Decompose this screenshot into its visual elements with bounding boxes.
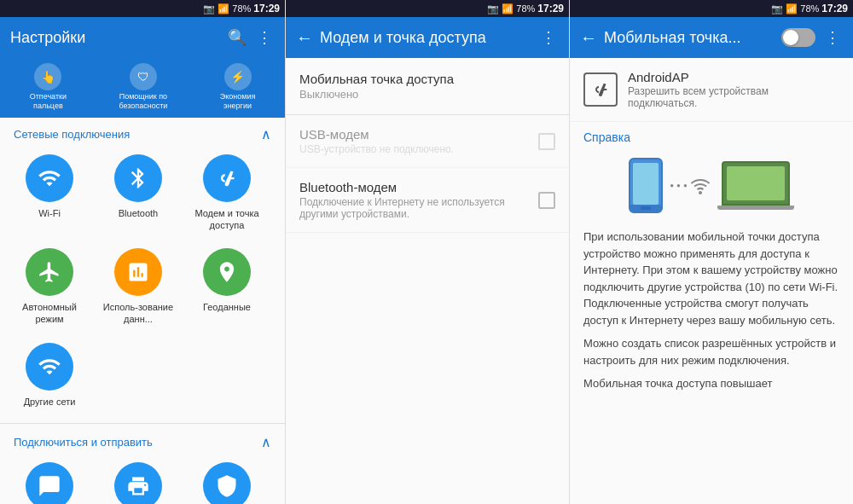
network-icons-grid: Wi-Fi Bluetooth Модем и точка дост: [0, 148, 285, 421]
status-icons-1: 📷 📶 78% 17:29: [203, 3, 280, 14]
dot3: ●: [683, 182, 688, 189]
phone-bottom: [630, 205, 661, 211]
other-networks-item[interactable]: Другие сети: [7, 336, 92, 414]
time-display-1: 17:29: [253, 3, 280, 14]
bt-modem-text: Bluetooth-модем Подключение к Интернету …: [299, 180, 538, 220]
usb-modem-text: USB-модем USB-устройство не подключено.: [299, 127, 454, 155]
data-usage-item[interactable]: Исполь-зование данн...: [96, 241, 181, 333]
battery-text-2: 78%: [516, 3, 535, 14]
bt-modem-subtitle: Подключение к Интернету не используется …: [299, 196, 538, 220]
battery-text: 78%: [232, 3, 251, 14]
hotspot-illustration: ● ● ●: [570, 149, 853, 222]
modem-top-bar: ← Модем и точка доступа ⋮: [286, 17, 569, 58]
battery-save-icon: ⚡: [224, 63, 252, 90]
dot2: ●: [676, 182, 681, 189]
airplane-item[interactable]: Автономный режим: [7, 241, 92, 333]
bt-modem-checkbox[interactable]: [538, 192, 555, 209]
other-networks-icon: [26, 343, 73, 391]
airplane-icon: [26, 248, 73, 296]
geo-label: Геоданные: [203, 301, 251, 313]
usb-modem-checkbox[interactable]: [538, 133, 555, 150]
menu-button-2[interactable]: ⋮: [538, 27, 559, 48]
info-para-1: При использовании мобильной точки доступ…: [583, 229, 839, 328]
svg-point-0: [699, 192, 701, 194]
wifi-item[interactable]: Wi-Fi: [7, 148, 92, 239]
phone-icon: [629, 158, 663, 213]
network-section-header: Сетевые подключения ∧: [0, 118, 285, 148]
signal-icon-2: 📶: [502, 3, 514, 14]
info-scroll: При использовании мобильной точки доступ…: [570, 222, 853, 504]
connect-item-3[interactable]: [184, 455, 270, 504]
shortcut-battery[interactable]: ⚡ Экономияэнергии: [220, 63, 256, 111]
phone-screen: [633, 163, 659, 205]
data-usage-icon: [114, 248, 162, 296]
wifi-label: Wi-Fi: [38, 207, 61, 219]
androidap-texts: AndroidAP Разрешить всем устройствам под…: [628, 70, 839, 109]
geo-icon: [203, 248, 251, 296]
hotspot-icon: [203, 154, 251, 202]
shortcut-fingerprint[interactable]: 👆 Отпечаткипальцев: [30, 63, 67, 111]
status-icons-3: 📷 📶 78% 17:29: [771, 3, 848, 14]
connect-item-1[interactable]: [7, 455, 92, 504]
shortcut-security[interactable]: 🛡 Помощник побезопасности: [119, 63, 167, 111]
signal-icon: 📶: [218, 3, 229, 14]
print-icon: [114, 462, 162, 504]
info-para-2: Можно создать список разрешённых устройс…: [583, 335, 839, 368]
connect-section-header: Подключиться и отправить ∧: [0, 426, 285, 455]
bluetooth-item[interactable]: Bluetooth: [96, 148, 181, 239]
other-networks-label: Другие сети: [24, 396, 76, 408]
search-button[interactable]: 🔍: [227, 27, 247, 48]
security-icon: 🛡: [130, 63, 157, 90]
bt-modem-item[interactable]: Bluetooth-модем Подключение к Интернету …: [286, 168, 569, 233]
androidap-row[interactable]: AndroidAP Разрешить всем устройствам под…: [570, 58, 853, 122]
network-section-label: Сетевые подключения: [14, 128, 130, 141]
usb-modem-item[interactable]: USB-модем USB-устройство не подключено.: [286, 115, 569, 168]
shortcut-battery-label: Экономияэнергии: [220, 92, 256, 111]
modem-title: Модем и точка доступа: [320, 29, 531, 47]
back-button-2[interactable]: ←: [296, 28, 313, 48]
bluetooth-icon: [114, 154, 162, 202]
wifi-icon: [26, 154, 73, 202]
vpn-icon: [203, 462, 251, 504]
connect-icons-grid: [0, 455, 285, 504]
usb-modem-subtitle: USB-устройство не подключено.: [299, 143, 454, 155]
back-button-3[interactable]: ←: [580, 28, 597, 48]
laptop-screen: [727, 166, 785, 200]
status-bar-3: 📷 📶 78% 17:29: [570, 0, 853, 17]
sim-icon-3: 📷: [771, 3, 783, 14]
hotspot-detail-top-bar: ← Мобильная точка... ⋮: [570, 17, 853, 58]
androidap-desc: Разрешить всем устройствам подключаться.: [628, 85, 839, 109]
signal-icon-3: 📶: [786, 3, 798, 14]
modem-panel: 📷 📶 78% 17:29 ← Модем и точка доступа ⋮ …: [285, 0, 569, 504]
help-label: Справка: [570, 122, 853, 149]
wave-lines: [690, 176, 711, 196]
hotspot-toggle[interactable]: [781, 28, 815, 47]
phone-illustration: [629, 158, 663, 213]
connect-item-2[interactable]: [96, 455, 181, 504]
hotspot-item[interactable]: Модем и точка доступа: [184, 148, 270, 239]
time-display-2: 17:29: [537, 3, 564, 14]
time-display-3: 17:29: [821, 3, 848, 14]
hotspot-label: Модем и точка доступа: [188, 207, 266, 232]
dot1: ●: [670, 182, 674, 189]
toggle-knob: [783, 30, 798, 45]
menu-button-1[interactable]: ⋮: [254, 27, 275, 48]
network-chevron[interactable]: ∧: [261, 126, 271, 142]
airplane-label: Автономный режим: [10, 301, 89, 326]
connect-chevron[interactable]: ∧: [261, 434, 271, 450]
hotspot-main-setting[interactable]: Мобильная точка доступа Выключено: [286, 58, 569, 115]
sim-icon-2: 📷: [487, 3, 499, 14]
signal-waves: ● ● ●: [670, 176, 711, 196]
info-block-1: При использовании мобильной точки доступ…: [570, 222, 853, 406]
hotspot-main-title: Мобильная точка доступа: [299, 72, 555, 86]
shortcut-security-label: Помощник побезопасности: [119, 92, 167, 111]
status-bar-1: 📷 📶 78% 17:29: [0, 0, 285, 17]
bt-modem-title: Bluetooth-модем: [299, 180, 538, 194]
geo-item[interactable]: Геоданные: [184, 241, 270, 333]
laptop-base: [717, 206, 794, 210]
shortcut-fingerprint-label: Отпечаткипальцев: [30, 92, 67, 111]
data-usage-label: Исполь-зование данн...: [99, 301, 177, 326]
menu-button-3[interactable]: ⋮: [822, 27, 843, 48]
androidap-name: AndroidAP: [628, 70, 839, 84]
settings-title: Настройки: [10, 29, 220, 47]
